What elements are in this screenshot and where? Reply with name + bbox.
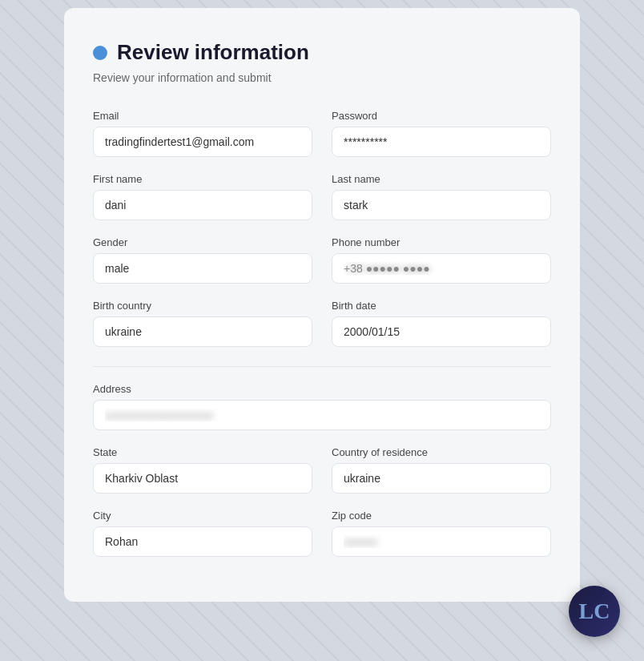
country-residence-input[interactable] xyxy=(332,463,551,494)
fab-button[interactable]: LC xyxy=(569,586,620,637)
birth-country-label: Birth country xyxy=(93,300,312,312)
first-name-input[interactable] xyxy=(93,190,312,220)
gender-field-group: Gender xyxy=(93,236,312,284)
page-title: Review information xyxy=(117,40,309,65)
phone-label: Phone number xyxy=(332,236,551,248)
last-name-label: Last name xyxy=(332,173,551,185)
section-divider xyxy=(93,366,551,367)
gender-input[interactable] xyxy=(93,253,312,284)
zip-code-input[interactable] xyxy=(332,526,551,557)
country-residence-field-group: Country of residence xyxy=(332,446,551,494)
password-label: Password xyxy=(332,110,551,122)
state-label: State xyxy=(93,446,312,458)
page-subtitle: Review your information and submit xyxy=(93,71,551,84)
page-header: Review information xyxy=(93,40,551,65)
phone-input[interactable] xyxy=(332,253,551,284)
address-label: Address xyxy=(93,383,551,395)
email-label: Email xyxy=(93,110,312,122)
form-card: Review information Review your informati… xyxy=(64,8,580,602)
birth-date-field-group: Birth date xyxy=(332,300,551,347)
state-field-group: State xyxy=(93,446,312,494)
last-name-field-group: Last name xyxy=(332,173,551,220)
city-label: City xyxy=(93,510,312,522)
birth-country-input[interactable] xyxy=(93,316,312,347)
first-name-label: First name xyxy=(93,173,312,185)
fab-icon: LC xyxy=(579,600,610,623)
gender-label: Gender xyxy=(93,236,312,248)
zip-code-field-group: Zip code xyxy=(332,510,551,557)
email-field-group: Email xyxy=(93,110,312,157)
state-input[interactable] xyxy=(93,463,312,494)
address-field-group: Address xyxy=(93,383,551,430)
header-dot xyxy=(93,46,107,60)
country-residence-label: Country of residence xyxy=(332,446,551,458)
page-container: Review information Review your informati… xyxy=(0,0,644,661)
city-field-group: City xyxy=(93,510,312,557)
zip-code-label: Zip code xyxy=(332,510,551,522)
birth-date-label: Birth date xyxy=(332,300,551,312)
birth-date-input[interactable] xyxy=(332,316,551,347)
password-field-group: Password xyxy=(332,110,551,157)
fields-grid-address: State Country of residence City Zip code xyxy=(93,446,551,557)
last-name-input[interactable] xyxy=(332,190,551,220)
birth-country-field-group: Birth country xyxy=(93,300,312,347)
email-input[interactable] xyxy=(93,127,312,157)
phone-field-group: Phone number xyxy=(332,236,551,284)
password-input[interactable] xyxy=(332,127,551,157)
address-input[interactable] xyxy=(93,400,551,430)
first-name-field-group: First name xyxy=(93,173,312,220)
fields-grid-personal: Email Password First name Last name Gend… xyxy=(93,110,551,347)
city-input[interactable] xyxy=(93,526,312,557)
